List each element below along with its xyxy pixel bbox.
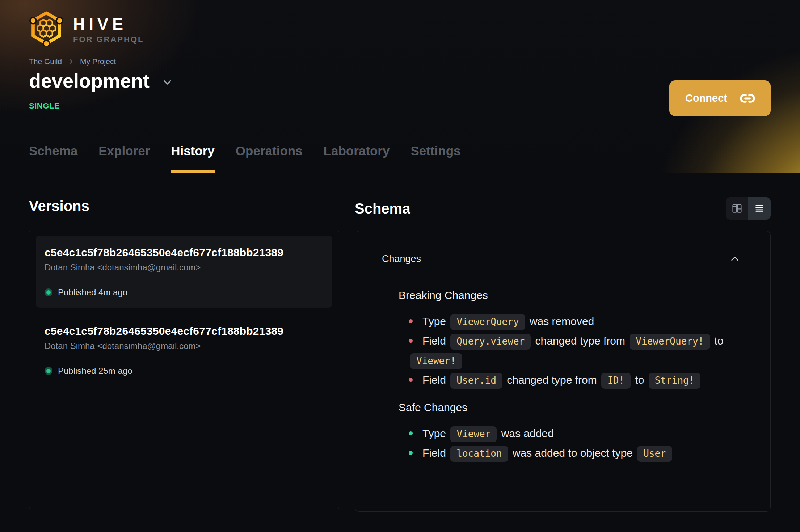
schema-column: Schema [355,197,771,512]
version-status: Published 4m ago [45,287,324,297]
version-hash: c5e4c1c5f78b26465350e4ecf677cf188bb21389 [45,324,324,338]
page-title: development [29,69,150,92]
tab-explorer[interactable]: Explorer [98,143,150,173]
change-text: to [632,374,647,386]
change-text: was added to object type [510,447,636,459]
chevron-right-icon [67,58,75,66]
link-icon [740,90,755,106]
hive-logo-icon [29,10,64,46]
breadcrumb-project[interactable]: My Project [80,57,116,66]
code-token: location [450,446,508,462]
breadcrumb: The Guild My Project [29,57,116,66]
code-token: ViewerQuery! [630,334,710,350]
columns-icon [731,203,743,214]
change-text: to [711,335,723,347]
change-item: Field User.id changed type from ID! to S… [409,370,724,390]
target-mode-badge: SINGLE [29,101,60,111]
change-text: Type [422,315,449,327]
change-text: Field [422,374,449,386]
columns-view-button[interactable] [726,197,748,220]
change-item: Type ViewerQuery was removed [409,312,724,331]
tab-operations[interactable]: Operations [236,143,303,173]
chevron-up-icon[interactable] [728,252,741,265]
code-token: String! [649,373,701,389]
version-status: Published 25m ago [45,366,324,376]
code-token: ViewerQuery [450,314,525,330]
safe-bullet-icon [409,431,413,435]
published-dot-icon [45,367,52,375]
breaking-changes-title: Breaking Changes [399,288,741,303]
version-list-item[interactable]: c5e4c1c5f78b26465350e4ecf677cf188bb21389… [36,314,332,386]
versions-column: Versions c5e4c1c5f78b26465350e4ecf677cf1… [29,197,339,512]
version-status-text: Published 4m ago [58,287,127,297]
rows-icon [754,203,765,214]
change-item: Type Viewer was added [409,424,724,443]
page-header: HIVE FOR GRAPHQL The Guild My Project de… [0,0,800,173]
versions-heading: Versions [29,197,339,215]
schema-heading: Schema [355,200,410,217]
versions-panel: c5e4c1c5f78b26465350e4ecf677cf188bb21389… [29,229,339,511]
code-token: Viewer! [410,353,462,369]
brand-tagline: FOR GRAPHQL [73,35,144,43]
tab-schema[interactable]: Schema [29,143,77,173]
brand-name: HIVE [73,16,144,32]
change-text: changed type from [504,374,600,386]
version-author: Dotan Simha <dotansimha@gmail.com> [45,341,324,351]
breaking-changes-list: Type ViewerQuery was removed Field Query… [399,312,724,390]
brand-logo[interactable]: HIVE FOR GRAPHQL [29,10,144,46]
change-text: changed type from [532,335,628,347]
version-hash: c5e4c1c5f78b26465350e4ecf677cf188bb21389 [45,246,324,259]
schema-header-row: Schema [355,197,771,220]
safe-bullet-icon [409,451,413,455]
safe-changes-list: Type Viewer was added Field location was… [399,424,724,463]
code-token: User [637,446,672,462]
safe-changes-title: Safe Changes [399,400,741,415]
changes-body: Breaking Changes Type ViewerQuery was re… [355,265,770,463]
tab-bar: Schema Explorer History Operations Labor… [29,143,461,173]
connect-button-label: Connect [685,92,727,104]
change-text: was added [498,427,553,439]
change-text: Field [422,447,449,459]
version-author: Dotan Simha <dotansimha@gmail.com> [45,262,324,273]
code-token: ID! [601,373,631,389]
tab-laboratory[interactable]: Laboratory [324,143,390,173]
change-item: Field Query.viewer changed type from Vie… [409,331,724,370]
schema-changes-panel: Changes Breaking Changes Type ViewerQuer… [355,231,771,512]
code-token: Viewer [450,426,497,442]
version-list-item[interactable]: c5e4c1c5f78b26465350e4ecf677cf188bb21389… [36,236,332,308]
brand-wordmark: HIVE FOR GRAPHQL [73,10,144,43]
connect-button[interactable]: Connect [669,80,771,116]
changes-label: Changes [382,253,421,265]
chevron-down-icon[interactable] [161,76,173,88]
target-title-row: development [29,69,173,92]
version-status-text: Published 25m ago [58,366,132,376]
published-dot-icon [45,288,52,296]
tab-history[interactable]: History [171,143,215,173]
view-mode-toggle [726,197,771,220]
breaking-bullet-icon [409,339,413,343]
breaking-bullet-icon [409,378,413,382]
change-text: was removed [527,315,594,327]
change-text: Field [422,335,449,347]
breadcrumb-org[interactable]: The Guild [29,57,62,66]
code-token: User.id [450,373,502,389]
change-text: Type [422,427,449,439]
tab-settings[interactable]: Settings [410,143,460,173]
hive-dashboard: HIVE FOR GRAPHQL The Guild My Project de… [0,0,800,532]
rows-view-button[interactable] [748,197,771,220]
main-content: Versions c5e4c1c5f78b26465350e4ecf677cf1… [0,173,800,512]
change-item: Field location was added to object type … [409,443,724,463]
code-token: Query.viewer [450,334,531,350]
breaking-bullet-icon [409,319,413,323]
changes-collapse-header[interactable]: Changes [355,231,770,265]
